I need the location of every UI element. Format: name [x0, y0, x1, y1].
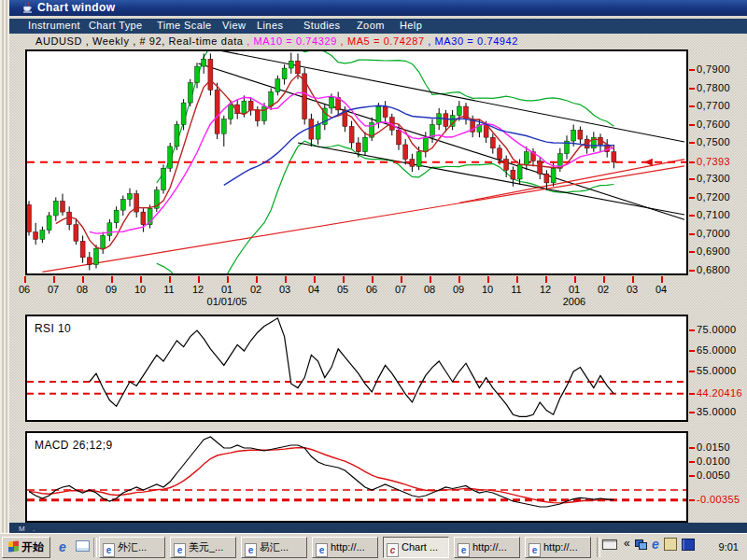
candle-body	[242, 101, 247, 114]
network-icon[interactable]	[635, 539, 647, 550]
candle-body	[437, 114, 442, 125]
macd-label: MACD 26;12;9	[35, 439, 113, 452]
axis-label-35.0000: 35.0000	[689, 406, 737, 417]
quicklaunch-outlook-icon[interactable]	[74, 539, 91, 555]
trendline-4[interactable]	[459, 160, 684, 203]
time-axis-label: 01	[563, 284, 585, 295]
candle-body	[162, 168, 166, 189]
window-title: Chart window	[37, 0, 115, 16]
axis-tick	[689, 215, 695, 217]
rsi-panel[interactable]: RSI 10	[25, 315, 688, 422]
menu-help[interactable]: Help	[400, 20, 422, 31]
candle-body	[67, 212, 72, 225]
rsi-line	[90, 318, 614, 417]
trendline-1[interactable]	[198, 63, 684, 219]
axis-label-0,7000: 0,7000	[689, 228, 730, 239]
time-axis-label: 06	[360, 284, 383, 295]
time-axis-label: 08	[71, 284, 93, 295]
axis-label-0,7200: 0,7200	[689, 191, 730, 203]
candle-body	[410, 160, 415, 167]
candle-body	[397, 130, 402, 145]
time-axis-tick	[430, 276, 431, 283]
candle-body	[221, 119, 226, 134]
axis-tick	[689, 393, 695, 395]
menu-lines[interactable]: Lines	[257, 20, 283, 31]
candle-body	[511, 170, 515, 179]
taskbar-separator	[93, 538, 97, 557]
time-axis-label: 07	[42, 284, 64, 295]
axis-tick	[689, 412, 695, 413]
macd-panel[interactable]: MACD 26;12;9	[25, 431, 688, 523]
candle-body	[175, 125, 179, 147]
time-axis-tick	[198, 276, 200, 283]
time-axis-tick	[603, 276, 605, 283]
candle-body	[383, 106, 388, 118]
candle-body	[349, 126, 354, 143]
time-axis: 0607080910111201020304050607080910111201…	[0, 275, 747, 315]
menu-chart-type[interactable]: Chart Type	[89, 20, 143, 31]
trendline-0[interactable]	[218, 51, 684, 142]
menu-studies[interactable]: Studies	[303, 20, 341, 31]
menu-instrument[interactable]: Instrument	[28, 20, 80, 31]
candle-body	[282, 68, 287, 79]
collapse-chevron-icon[interactable]: «	[624, 537, 630, 550]
time-axis-label: 12	[534, 284, 557, 295]
ie-page-icon: e	[529, 543, 541, 557]
axis-tick	[689, 197, 695, 199]
window-titlebar[interactable]: Chart window	[9, 0, 747, 16]
scheduler-icon[interactable]	[664, 538, 677, 551]
candle-body	[423, 137, 428, 152]
axis-tick	[689, 270, 695, 272]
axis-label-65.0000: 65.0000	[689, 344, 737, 356]
candle-body	[61, 201, 65, 212]
task-button-1[interactable]: e美元_...	[170, 537, 236, 558]
task-button-2[interactable]: e易汇...	[241, 537, 307, 558]
bottom-strip-marks: M .	[19, 525, 37, 533]
candle-body	[47, 216, 51, 231]
ie-icon[interactable]: e	[652, 537, 659, 552]
task-button-5[interactable]: ehttp://...	[454, 537, 520, 558]
time-axis-sublabel: 01/01/05	[194, 296, 260, 307]
axis-tick	[689, 124, 695, 126]
task-button-0[interactable]: e外汇...	[99, 537, 165, 558]
start-button[interactable]: 开始	[2, 537, 50, 558]
time-axis-label: 12	[187, 284, 209, 295]
axis-tick	[689, 251, 695, 253]
axis-label-0,6900: 0,6900	[689, 245, 730, 257]
axis-tick	[689, 475, 695, 477]
candle-body	[376, 106, 381, 123]
time-axis-label: 03	[621, 284, 643, 295]
candle-body	[330, 97, 334, 108]
task-button-label: http://...	[331, 541, 365, 553]
menu-bar: Instrument Chart Type Time Scale View Li…	[9, 19, 747, 34]
candle-body	[27, 204, 32, 231]
candle-body	[416, 152, 421, 167]
keyboard-icon[interactable]	[602, 539, 617, 550]
status-ma5: , MA5 = 0.74287	[341, 34, 429, 49]
rsi-label: RSI 10	[35, 322, 71, 335]
time-axis-label: 08	[418, 284, 441, 295]
book-icon[interactable]	[682, 539, 695, 551]
time-axis-tick	[82, 276, 84, 283]
candle-body	[74, 225, 78, 242]
menu-zoom[interactable]: Zoom	[357, 20, 385, 31]
time-axis-sublabel: 2006	[542, 296, 607, 307]
candle-body	[188, 83, 192, 103]
task-button-6[interactable]: ehttp://...	[525, 537, 591, 558]
rsi-chart	[27, 316, 686, 420]
status-ma30: , MA30 = 0.74942	[428, 34, 518, 49]
trendline-2[interactable]	[298, 143, 684, 215]
task-button-3[interactable]: ehttp://...	[312, 537, 378, 558]
time-axis-label: 03	[274, 284, 296, 295]
task-button-4[interactable]: cChart ...	[383, 537, 449, 558]
candle-body	[107, 223, 112, 236]
time-axis-label: 05	[331, 284, 354, 295]
trendline-3[interactable]	[42, 166, 684, 272]
time-axis-tick	[140, 276, 142, 283]
quicklaunch-ie-icon[interactable]: e	[54, 539, 71, 555]
menu-time-scale[interactable]: Time Scale	[157, 20, 212, 31]
price-chart-panel[interactable]	[25, 49, 688, 275]
menu-view[interactable]: View	[222, 20, 246, 31]
candle-body	[524, 152, 529, 165]
macd-line	[29, 437, 613, 507]
